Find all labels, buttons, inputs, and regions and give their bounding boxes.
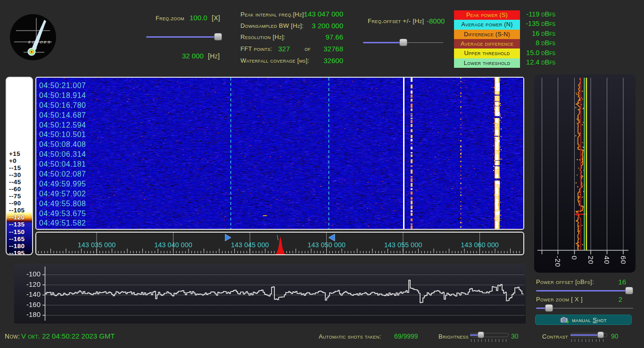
- interval-start-marker-icon[interactable]: [225, 234, 231, 241]
- logo-text: ECHOES: [28, 40, 51, 44]
- slider-ticks: [571, 339, 606, 342]
- frequency-ruler[interactable]: 143 035 000143 040 000143 045 000143 050…: [35, 232, 524, 255]
- power-zoom-slider[interactable]: [536, 304, 633, 313]
- stat-fft-total-value: 32768: [302, 45, 343, 53]
- power-zoom-value: 2: [585, 295, 622, 303]
- signal-button-label: Average power (N): [461, 21, 512, 28]
- app-logo: ECHOES: [9, 14, 57, 61]
- signal-button-label: Difference (S-N): [464, 31, 510, 38]
- ruler-frequency-label: 143 035 000: [78, 241, 116, 249]
- freq-zoom-unit: [X]: [212, 14, 220, 22]
- threshold-plot-panel: -200204060: [534, 74, 636, 273]
- contrast-value: 90: [611, 332, 619, 340]
- threshold-axis-tick: 40: [603, 256, 611, 265]
- waterfall-timestamp: 04:49:51.582: [39, 219, 86, 228]
- brightness-slider[interactable]: [470, 331, 509, 340]
- peak-power-button[interactable]: Peak power (S): [454, 10, 520, 20]
- manual-shot-button[interactable]: manual Shot: [535, 315, 632, 325]
- scale-label: --165: [7, 235, 32, 243]
- waterfall-timestamp: 04:50:18.914: [39, 91, 86, 101]
- freq-zoom-label: Freq.zoom: [156, 15, 184, 22]
- freq-zoom-slider[interactable]: [146, 33, 222, 41]
- slider-ticks: [471, 339, 508, 342]
- freq-zoom-bandwidth: 32 000: [182, 52, 204, 60]
- signal-values-column: -119 dBfs-135 dBfs16 dBfs8 dBfs15.0 dBfs…: [519, 10, 555, 68]
- contrast-slider[interactable]: [570, 331, 607, 340]
- spectrum-axis-tick: -140: [14, 290, 41, 298]
- waterfall-timestamp: 04:50:14.687: [39, 111, 86, 121]
- waterfall-timestamp: 04:50:06.314: [39, 150, 86, 160]
- signal-button-label: Lower threshold: [464, 60, 510, 66]
- camera-icon: [560, 316, 569, 324]
- power-offset-slider[interactable]: [536, 287, 633, 295]
- scale-label: --150: [7, 228, 32, 235]
- slider-handle[interactable]: [399, 39, 407, 46]
- slider-handle[interactable]: [545, 304, 553, 312]
- waterfall-timestamp: 04:50:10.501: [39, 130, 86, 140]
- scale-label: --120: [7, 214, 32, 221]
- scale-label: --15: [7, 164, 32, 171]
- waterfall-timestamp: 04:50:04.181: [39, 160, 86, 170]
- spectrum-plot-panel: -100-120-140-160-180: [14, 264, 526, 324]
- waterfall-timestamps: 04:50:21.00704:50:18.91404:50:16.78004:5…: [39, 81, 86, 228]
- brightness-value: 30: [511, 332, 519, 340]
- threshold-axis-tick: 60: [619, 256, 627, 265]
- freq-zoom-bandwidth-unit: [Hz]: [208, 52, 220, 60]
- slider-handle[interactable]: [478, 332, 484, 338]
- brightness-label: Brightness: [438, 333, 469, 340]
- signal-button-label: Average difference: [461, 40, 513, 47]
- scale-label: --60: [7, 186, 32, 193]
- peak-marker-icon: [274, 235, 287, 255]
- power-zoom-label: Power zoom [ X ]: [536, 296, 583, 303]
- ruler-frequency-label: 143 060 000: [461, 241, 499, 249]
- stat-downsampled-bw-value: 3 200 000: [264, 22, 343, 30]
- shots-taken-value: 69/9999: [394, 332, 418, 340]
- lower-threshold-button[interactable]: Lower threshold: [454, 58, 520, 68]
- scale-label: +15: [7, 150, 32, 157]
- slider-track: [146, 36, 218, 38]
- now-value: V окт. 22 04:50:22 2023 GMT: [21, 332, 115, 340]
- slider-handle[interactable]: [597, 332, 604, 338]
- waterfall-timestamp: 04:50:08.408: [39, 140, 86, 150]
- spectrum-axis-tick: -120: [14, 280, 41, 288]
- slider-handle[interactable]: [214, 33, 222, 40]
- difference-button[interactable]: Difference (S-N): [454, 30, 520, 39]
- freq-zoom-value: 100.0: [190, 14, 207, 22]
- slider-track: [363, 42, 403, 43]
- slider-track: [536, 290, 629, 291]
- waterfall-canvas[interactable]: [36, 78, 523, 229]
- stat-waterfall-coverage-value: 32600: [264, 57, 343, 65]
- waterfall-panel[interactable]: 04:50:21.00704:50:18.91404:50:16.78004:5…: [35, 77, 524, 230]
- interval-end-marker-icon[interactable]: [329, 234, 335, 241]
- slider-handle[interactable]: [625, 287, 633, 294]
- stat-peak-interval-value: 143 047 000: [264, 10, 343, 18]
- average-difference-button[interactable]: Average difference: [454, 39, 520, 49]
- power-color-scale: +15+0--15--30--45--60--75--90--105--120-…: [6, 77, 33, 255]
- freq-offset-slider[interactable]: [363, 39, 443, 47]
- ruler-frequency-label: 143 050 000: [307, 241, 346, 249]
- upper-threshold-button[interactable]: Upper threshold: [454, 49, 520, 58]
- signal-value: 12.4 dBfs: [526, 58, 555, 66]
- signal-value: 16 dBfs: [532, 30, 555, 37]
- waterfall-timestamp: 04:49:57.902: [39, 189, 86, 199]
- scale-label: --135: [7, 221, 32, 228]
- threshold-plot-canvas: [534, 74, 636, 273]
- stat-fft-points-value: 327: [255, 45, 290, 53]
- scale-label: --30: [7, 171, 32, 178]
- average-power-button[interactable]: Average power (N): [454, 20, 520, 29]
- manual-shot-label: manual Shot: [572, 316, 607, 324]
- scale-label: --45: [7, 178, 32, 186]
- slider-track-rest: [405, 42, 443, 43]
- waterfall-timestamp: 04:49:55.808: [39, 199, 86, 209]
- waterfall-timestamp: 04:49:59.995: [39, 179, 86, 189]
- waterfall-timestamp: 04:49:53.675: [39, 209, 86, 219]
- freq-offset-label: Freq.offset +/- [Hz]: [368, 17, 424, 24]
- signal-button-label: Peak power (S): [466, 12, 508, 18]
- ruler-frequency-label: 143 045 000: [231, 241, 269, 249]
- scale-label: --180: [7, 243, 32, 250]
- ruler-frequency-label: 143 040 000: [154, 241, 192, 249]
- scale-label: --195: [7, 250, 32, 255]
- scale-label: +0: [7, 157, 32, 164]
- spectrum-plot-canvas: [14, 264, 526, 324]
- freq-offset-value: -8000: [427, 17, 445, 25]
